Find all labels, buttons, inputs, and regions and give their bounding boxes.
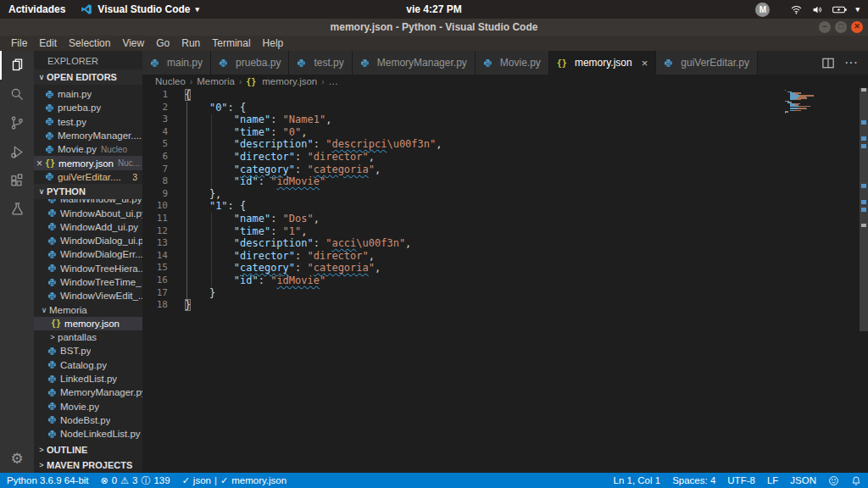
- menu-help[interactable]: Help: [257, 37, 290, 49]
- section-maven-projects[interactable]: >MAVEN PROJECTS: [34, 458, 142, 473]
- open-editor-item[interactable]: MemoryManager....: [34, 129, 142, 142]
- file-label: NodeBst.py: [60, 415, 110, 425]
- python-section-header[interactable]: ∨ PYTHON: [34, 184, 142, 199]
- tree-item[interactable]: Catalog.py: [34, 358, 142, 372]
- python-icon: [483, 58, 492, 68]
- python-icon: [47, 388, 57, 397]
- close-button[interactable]: ✕: [851, 21, 863, 33]
- system-tray[interactable]: M ▾: [755, 3, 860, 17]
- breadcrumb-item[interactable]: {}memory.json: [246, 76, 317, 86]
- problems-status[interactable]: ⊗ 0 ⚠ 3 ⓘ 139: [101, 474, 170, 487]
- minimap[interactable]: [785, 90, 854, 114]
- code-editor[interactable]: 1{2 "0": {3 "name": "Name1",4 "time": "0…: [142, 88, 868, 473]
- menu-file[interactable]: File: [5, 37, 33, 49]
- open-editor-item[interactable]: test.py: [34, 115, 142, 129]
- python-interpreter[interactable]: Python 3.6.9 64-bit: [7, 475, 89, 485]
- extensions-icon[interactable]: [0, 166, 34, 195]
- menu-edit[interactable]: Edit: [33, 37, 63, 49]
- file-path-hint: Nuc...: [118, 158, 140, 168]
- tab-guiVerEditar.py[interactable]: guiVerEditar.py: [656, 51, 758, 75]
- tree-item[interactable]: {}memory.json: [34, 317, 142, 330]
- search-icon[interactable]: [0, 80, 34, 108]
- python-icon: [47, 222, 57, 231]
- chevron-right-icon: >: [36, 446, 47, 454]
- file-label: WindowDialogErr...: [60, 249, 142, 259]
- menu-terminal[interactable]: Terminal: [206, 37, 256, 49]
- python-icon: [45, 172, 54, 181]
- run-debug-icon[interactable]: [0, 137, 34, 166]
- overview-ruler[interactable]: [860, 88, 868, 473]
- app-menu[interactable]: Visual Studio Code ▾: [81, 3, 199, 15]
- tree-item[interactable]: WindowAbout_ui.py: [34, 206, 142, 219]
- menu-selection[interactable]: Selection: [63, 37, 116, 49]
- breadcrumb-item[interactable]: Memoria: [197, 76, 235, 86]
- tree-item[interactable]: ∨Memoria: [34, 302, 142, 316]
- tree-item[interactable]: NodeBst.py: [34, 413, 142, 427]
- minimize-button[interactable]: −: [819, 21, 831, 33]
- encoding[interactable]: UTF-8: [727, 475, 755, 485]
- language-mode[interactable]: JSON: [790, 475, 816, 485]
- tab-memory.json[interactable]: {}memory.json×: [549, 51, 656, 75]
- close-icon[interactable]: ×: [36, 158, 42, 169]
- section-outline[interactable]: >OUTLINE: [34, 442, 142, 458]
- tree-item[interactable]: Movie.py: [34, 400, 142, 413]
- more-actions-icon[interactable]: ···: [844, 55, 858, 70]
- tab-MemoryManager.py[interactable]: MemoryManager.py: [353, 51, 476, 75]
- tab-label: guiVerEditar.py: [681, 57, 749, 69]
- python-icon: [360, 58, 370, 68]
- python-icon: [45, 103, 54, 113]
- breadcrumb-item[interactable]: …: [329, 76, 339, 86]
- code-line: 9 },: [142, 188, 868, 201]
- tab-bar: main.pyprueba.pytest.pyMemoryManager.pyM…: [142, 51, 868, 75]
- split-editor-icon[interactable]: [822, 58, 834, 69]
- tree-item[interactable]: NodeLinkedList.py: [34, 427, 142, 441]
- python-icon: [47, 291, 57, 301]
- file-label: memory.json: [64, 319, 120, 329]
- open-editor-item[interactable]: guiVerEditar....3: [34, 170, 142, 184]
- tree-item[interactable]: WindowDialogErr...: [34, 247, 142, 261]
- bell-icon[interactable]: [851, 475, 861, 486]
- indentation[interactable]: Spaces: 4: [672, 475, 715, 485]
- menu-go[interactable]: Go: [150, 37, 175, 49]
- clock[interactable]: vie 4:27 PM: [406, 3, 461, 15]
- breadcrumb-item[interactable]: Nucleo: [155, 76, 186, 86]
- tab-Movie.py[interactable]: Movie.py: [476, 51, 549, 75]
- open-editors-header[interactable]: ∨ OPEN EDITORS: [34, 69, 142, 85]
- cursor-position[interactable]: Ln 1, Col 1: [614, 475, 661, 485]
- tree-item[interactable]: MemoryManager.py: [34, 385, 142, 399]
- tree-item[interactable]: WindowDialog_ui.py: [34, 234, 142, 247]
- tree-item[interactable]: WindowTreeHiera...: [34, 262, 142, 275]
- file-label: BST.py: [60, 346, 91, 356]
- app-indicator-m[interactable]: M: [755, 3, 770, 17]
- menu-view[interactable]: View: [116, 37, 150, 49]
- eol[interactable]: LF: [767, 475, 778, 485]
- menu-run[interactable]: Run: [175, 37, 206, 49]
- tree-item[interactable]: MainWindow_ui.py: [34, 199, 142, 206]
- code-line: 7 "category": "categoria",: [142, 164, 868, 176]
- activity-bar: ⚙: [0, 51, 34, 473]
- feedback-icon[interactable]: [828, 475, 839, 486]
- tab-main.py[interactable]: main.py: [142, 51, 211, 75]
- tree-item[interactable]: WindowViewEdit_...: [34, 289, 142, 302]
- tree-item[interactable]: LinkedList.py: [34, 372, 142, 385]
- open-editor-item[interactable]: Movie.pyNucleo: [34, 142, 142, 156]
- tree-item[interactable]: WindowTreeTime_...: [34, 275, 142, 289]
- activities-button[interactable]: Actividades: [8, 3, 65, 15]
- test-icon[interactable]: [0, 195, 34, 224]
- maximize-button[interactable]: □: [835, 21, 847, 33]
- tree-item[interactable]: >pantallas: [34, 330, 142, 344]
- tree-item[interactable]: WindowAdd_ui.py: [34, 220, 142, 234]
- gear-icon[interactable]: ⚙: [0, 450, 34, 468]
- tab-prueba.py[interactable]: prueba.py: [211, 51, 289, 75]
- explorer-icon[interactable]: [0, 51, 34, 80]
- open-editor-item[interactable]: main.py: [34, 87, 142, 101]
- tab-test.py[interactable]: test.py: [289, 51, 352, 75]
- open-editor-item[interactable]: ×{}memory.jsonNuc...: [34, 156, 142, 169]
- breadcrumb-separator: ›: [190, 77, 192, 86]
- source-control-icon[interactable]: [0, 108, 34, 137]
- open-editor-item[interactable]: prueba.py: [34, 101, 142, 114]
- close-icon[interactable]: ×: [642, 57, 648, 69]
- linter-status[interactable]: ✓ json | ✓ memory.json: [182, 475, 287, 486]
- tree-item[interactable]: BST.py: [34, 344, 142, 358]
- line-number: 16: [142, 274, 168, 287]
